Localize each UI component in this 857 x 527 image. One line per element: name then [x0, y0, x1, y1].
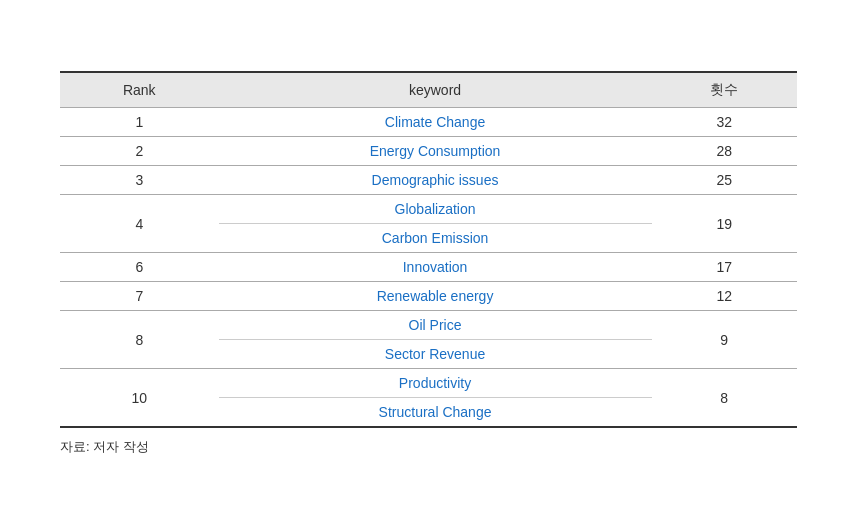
count-cell: 9 — [652, 311, 798, 369]
keyword-cell: Carbon Emission — [219, 224, 652, 253]
keyword-cell: Climate Change — [219, 108, 652, 137]
count-cell: 25 — [652, 166, 798, 195]
keyword-cell: Structural Change — [219, 398, 652, 428]
count-cell: 17 — [652, 253, 798, 282]
keyword-cell: Globalization — [219, 195, 652, 224]
keyword-cell: Productivity — [219, 369, 652, 398]
rank-cell: 7 — [60, 282, 219, 311]
rank-cell: 10 — [60, 369, 219, 428]
count-cell: 28 — [652, 137, 798, 166]
keyword-cell: Energy Consumption — [219, 137, 652, 166]
table-row: 3Demographic issues25 — [60, 166, 797, 195]
table-row: 7Renewable energy12 — [60, 282, 797, 311]
rank-cell: 3 — [60, 166, 219, 195]
header-count: 횟수 — [652, 72, 798, 108]
rank-cell: 8 — [60, 311, 219, 369]
rank-cell: 6 — [60, 253, 219, 282]
count-cell: 32 — [652, 108, 798, 137]
table-row: 1Climate Change32 — [60, 108, 797, 137]
count-cell: 8 — [652, 369, 798, 428]
main-wrapper: Rank keyword 횟수 1Climate Change322Energy… — [60, 71, 797, 456]
header-keyword: keyword — [219, 72, 652, 108]
count-cell: 19 — [652, 195, 798, 253]
table-header-row: Rank keyword 횟수 — [60, 72, 797, 108]
footnote: 자료: 저자 작성 — [60, 438, 797, 456]
keyword-table: Rank keyword 횟수 1Climate Change322Energy… — [60, 71, 797, 428]
table-row: 8Oil Price9 — [60, 311, 797, 340]
rank-cell: 4 — [60, 195, 219, 253]
keyword-cell: Oil Price — [219, 311, 652, 340]
table-row: 4Globalization19 — [60, 195, 797, 224]
keyword-cell: Renewable energy — [219, 282, 652, 311]
table-row: 2Energy Consumption28 — [60, 137, 797, 166]
rank-cell: 1 — [60, 108, 219, 137]
keyword-cell: Demographic issues — [219, 166, 652, 195]
table-row: 10Productivity8 — [60, 369, 797, 398]
table-row: 6Innovation17 — [60, 253, 797, 282]
keyword-cell: Sector Revenue — [219, 340, 652, 369]
header-rank: Rank — [60, 72, 219, 108]
count-cell: 12 — [652, 282, 798, 311]
keyword-cell: Innovation — [219, 253, 652, 282]
rank-cell: 2 — [60, 137, 219, 166]
